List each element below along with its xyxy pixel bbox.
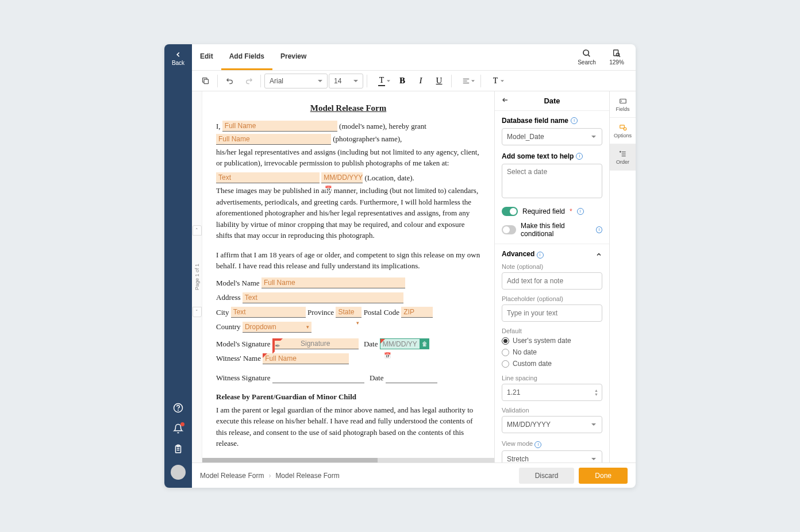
panel-back-button[interactable] (501, 97, 510, 105)
info-icon[interactable]: i (576, 153, 583, 160)
label: Date (370, 373, 384, 382)
properties-panel: Date Database field namei Model_Date Add… (494, 91, 609, 462)
font-size-select[interactable]: 14 (329, 74, 363, 88)
radio-no-date[interactable]: No date (502, 348, 602, 356)
back-label: Back (172, 60, 184, 66)
field-witness-name[interactable]: Full Name (263, 353, 349, 364)
section-heading: Release by Parent/Guardian of Minor Chil… (216, 391, 480, 403)
clipboard-icon[interactable] (173, 444, 183, 454)
text-style-button[interactable]: T (484, 73, 506, 89)
label: City (216, 308, 231, 317)
field-full-name[interactable]: Full Name (222, 121, 337, 132)
notifications-icon[interactable] (173, 423, 183, 434)
view-mode-select[interactable]: Stretch (502, 450, 602, 462)
field-signature[interactable]: Signature (272, 338, 359, 349)
line-spacing-stepper[interactable]: 1.21▲▼ (502, 384, 602, 401)
breadcrumb: Model Release Form › Model Release Form (200, 472, 340, 480)
bold-button[interactable]: B (394, 73, 411, 89)
label: View mode i (502, 440, 602, 448)
label: Validation (502, 407, 602, 414)
radio-icon (502, 337, 509, 345)
page-rail: ˄ Page 1 of 1 ˅ (192, 91, 202, 462)
svg-point-19 (624, 128, 626, 130)
info-icon[interactable]: i (596, 226, 602, 233)
done-button[interactable]: Done (579, 468, 628, 484)
required-toggle[interactable] (502, 207, 518, 216)
underline-button[interactable]: U (430, 73, 448, 89)
redo-button[interactable] (240, 73, 257, 89)
font-select[interactable]: Arial (264, 74, 328, 88)
zoom-icon (612, 49, 621, 58)
label: Make this field conditional (521, 222, 591, 238)
label: Required field (522, 207, 565, 215)
document-area: ˄ Page 1 of 1 ˅ Model Release Form I, Fu… (192, 91, 494, 462)
label: Add some text to helpi (502, 152, 602, 160)
paragraph: I affirm that I am 18 years of age or ol… (216, 249, 480, 272)
info-icon[interactable]: i (577, 208, 584, 215)
label: Witness Signature (216, 373, 272, 382)
rail-order[interactable]: Order (610, 144, 636, 171)
field-location[interactable]: Text (216, 172, 320, 183)
text: (photographer's name), (333, 134, 402, 143)
conditional-toggle[interactable] (502, 225, 516, 234)
svg-rect-11 (204, 79, 209, 84)
field-address[interactable]: Text (243, 292, 403, 303)
paragraph: These images may be published in any man… (216, 185, 480, 241)
radio-custom-date[interactable]: Custom date (502, 360, 602, 368)
rail-options[interactable]: Options (610, 118, 636, 144)
field-city[interactable]: Text (231, 307, 306, 318)
label: Note (optional) (502, 263, 602, 270)
delete-field-button[interactable]: 🗑 (420, 338, 429, 349)
field-models-name[interactable]: Full Name (261, 277, 405, 288)
help-icon[interactable] (173, 403, 183, 413)
label: Line spacing (502, 375, 602, 381)
rail-fields[interactable]: Fields (610, 91, 636, 118)
search-label: Search (578, 59, 596, 65)
document-canvas[interactable]: Model Release Form I, Full Name (model's… (202, 91, 494, 462)
help-text-input[interactable] (502, 164, 602, 198)
page-down-button[interactable]: ˅ (193, 307, 202, 317)
text: (Location, date). (365, 174, 414, 182)
validation-select[interactable]: MM/DD/YYYY (502, 416, 602, 433)
undo-button[interactable] (221, 73, 239, 89)
text-color-button[interactable]: T (371, 73, 393, 89)
crumb[interactable]: Model Release Form (200, 472, 264, 480)
label: Database field namei (502, 117, 602, 125)
search-button[interactable]: Search (574, 49, 600, 65)
paragraph: his/her legal representatives and assign… (216, 147, 480, 169)
tab-preview[interactable]: Preview (272, 44, 314, 70)
info-icon[interactable]: i (571, 117, 578, 124)
tab-add-fields[interactable]: Add Fields (221, 44, 272, 70)
page-up-button[interactable]: ˄ (193, 225, 202, 236)
note-input[interactable] (502, 272, 602, 290)
blank-line (272, 375, 364, 383)
placeholder-input[interactable] (502, 304, 602, 322)
info-icon[interactable]: i (534, 441, 541, 448)
field-country[interactable]: Dropdown (243, 322, 311, 333)
db-field-select[interactable]: Model_Date (502, 128, 602, 145)
avatar[interactable] (171, 465, 186, 480)
back-button[interactable]: Back (164, 44, 192, 72)
field-date-selected[interactable]: MM/DD/YY (380, 338, 420, 349)
field-date[interactable]: MM/DD/YYY (321, 172, 363, 183)
tab-edit[interactable]: Edit (192, 44, 221, 70)
svg-rect-18 (620, 125, 624, 128)
copy-button[interactable] (197, 73, 214, 89)
advanced-toggle[interactable]: Advanced i (502, 250, 602, 259)
zoom-label: 129% (609, 59, 624, 65)
discard-button[interactable]: Discard (519, 468, 575, 484)
label: Model's Signature (216, 340, 272, 348)
label: Date (364, 340, 378, 348)
order-icon (618, 150, 628, 158)
field-state[interactable]: State (336, 307, 361, 318)
zoom-button[interactable]: 129% (603, 49, 630, 65)
field-photographer-name[interactable]: Full Name (216, 134, 331, 145)
page-indicator: Page 1 of 1 (194, 264, 200, 290)
radio-system-date[interactable]: User's system date (502, 337, 602, 345)
align-button[interactable] (455, 73, 477, 89)
italic-button[interactable]: I (412, 73, 429, 89)
field-zip[interactable]: ZIP (401, 307, 433, 318)
blank-line (386, 375, 437, 383)
horizontal-scrollbar[interactable] (202, 458, 494, 462)
radio-icon (502, 360, 509, 368)
